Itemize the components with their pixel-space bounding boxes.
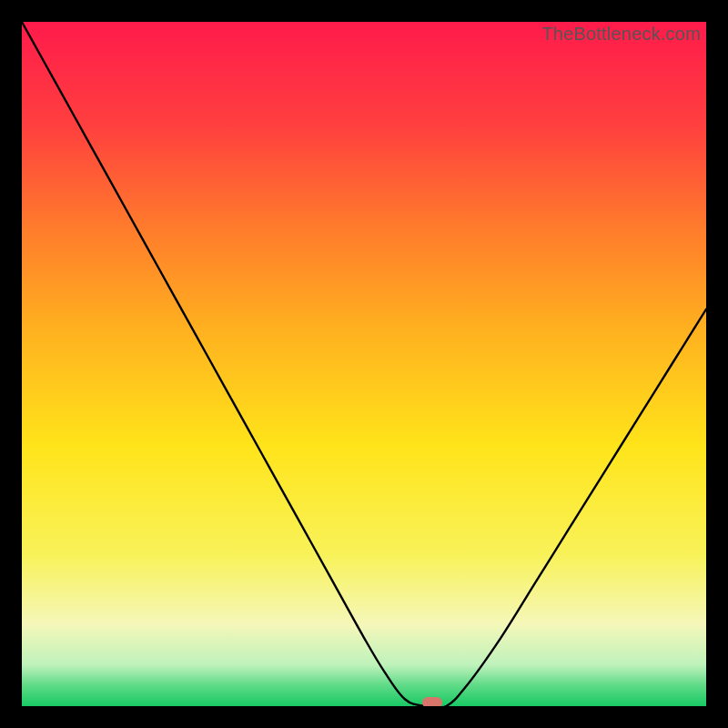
bottleneck-curve — [22, 22, 706, 706]
chart-frame: TheBottleneck.com — [0, 0, 728, 728]
optimum-marker — [422, 697, 442, 706]
plot-area: TheBottleneck.com — [22, 22, 706, 706]
